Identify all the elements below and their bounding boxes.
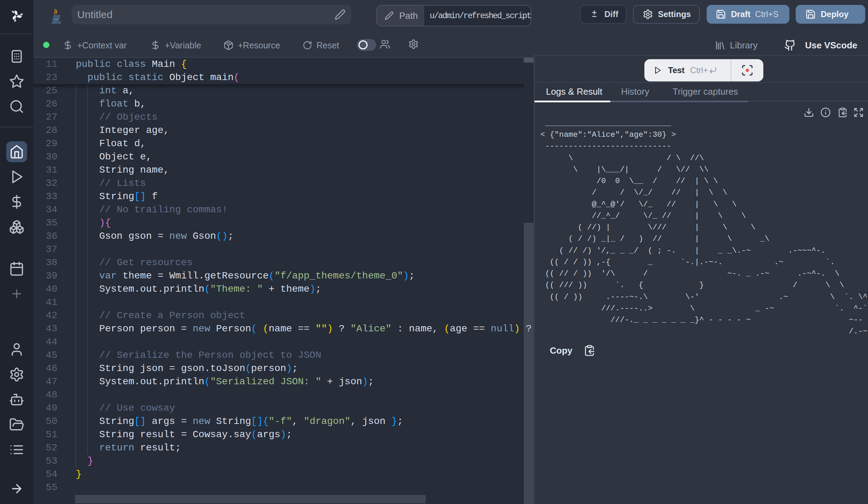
svg-text:Java: Java bbox=[51, 20, 61, 24]
